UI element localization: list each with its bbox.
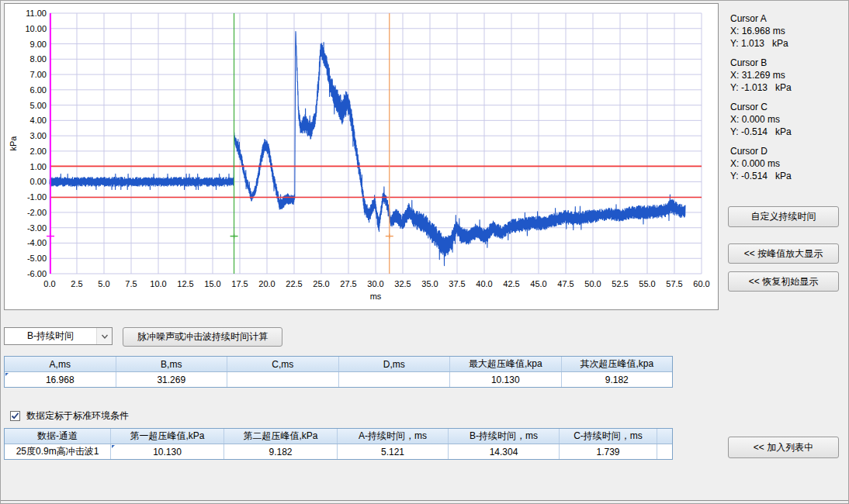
y-tick-label: 2.00 [30, 147, 47, 156]
x-axis-title: ms [370, 292, 382, 301]
cursor-d-y-value: Y: -0.514 kPa [730, 170, 847, 182]
app-window: 0.02.55.07.510.012.515.017.520.022.525.0… [0, 0, 849, 504]
cursor-a-title: Cursor A [730, 12, 847, 25]
cursor-values-table: A,msB,msC,msD,ms最大超压峰值,kpa其次超压峰值,kpa 16.… [4, 356, 673, 388]
table1-header-5: 其次超压峰值,kpa [562, 357, 673, 371]
add-to-list-button[interactable]: << 加入列表中 [728, 437, 839, 458]
cursor-a-info: Cursor A X: 16.968 ms Y: 1.013 kPa [730, 12, 847, 50]
cursor-b-info: Cursor B X: 31.269 ms Y: -1.013 kPa [730, 57, 847, 94]
y-tick-label: 5.00 [30, 101, 47, 110]
cursor-info-panel: Cursor A X: 16.968 ms Y: 1.013 kPa Curso… [730, 12, 847, 189]
waveform-chart-panel[interactable]: 0.02.55.07.510.012.515.017.520.022.525.0… [4, 3, 719, 310]
x-tick-label: 37.5 [449, 279, 465, 288]
chevron-down-icon[interactable] [96, 328, 112, 344]
table1-cell-3 [339, 372, 451, 387]
x-tick-label: 22.5 [286, 279, 302, 288]
cursor-c-x-value: X: 0.000 ms [730, 113, 847, 126]
cursor-d-info: Cursor D X: 0.000 ms Y: -0.514 kPa [730, 145, 847, 182]
y-tick-label: 0.00 [30, 177, 47, 186]
cursor-a-y-value: Y: 1.013 kPa [730, 37, 847, 50]
window-bottom-border [1, 500, 849, 501]
standard-env-checkbox-label: 数据定标于标准环境条件 [26, 409, 129, 423]
table2-header-2: 第二超压峰值,kPa [224, 429, 338, 444]
x-tick-label: 12.5 [177, 279, 193, 288]
cursor-table-data-row: 16.96831.26910.1309.182 [5, 372, 672, 387]
table2-header-3: A-持续时间，ms [338, 429, 449, 444]
restore-initial-view-button[interactable]: << 恢复初始显示 [728, 271, 839, 292]
table1-cell-4: 10.130 [450, 372, 562, 387]
results-table-header-row: 数据-通道第一超压峰值,kPa第二超压峰值,kPaA-持续时间，msB-持续时间… [5, 429, 672, 444]
duration-type-select[interactable]: B-持续时间 [4, 327, 113, 345]
x-tick-label: 7.5 [125, 279, 137, 288]
y-tick-label: -3.00 [27, 223, 47, 233]
waveform-chart[interactable]: 0.02.55.07.510.012.515.017.520.022.525.0… [5, 4, 718, 309]
x-tick-label: 20.0 [258, 279, 275, 288]
cursor-table-header-row: A,msB,msC,msD,ms最大超压峰值,kpa其次超压峰值,kpa [5, 357, 672, 372]
x-tick-label: 17.5 [231, 279, 248, 288]
table1-cell-2 [227, 372, 339, 387]
x-tick-label: 5.0 [98, 279, 109, 288]
table2-cell-2: 9.182 [224, 444, 338, 459]
y-tick-label: 4.00 [30, 116, 47, 125]
table1-cell-0: 16.968 [5, 372, 116, 387]
x-tick-label: 60.0 [693, 279, 709, 288]
y-tick-label: 7.00 [30, 70, 47, 79]
standard-env-checkbox[interactable] [10, 411, 20, 421]
table2-cell-4: 14.304 [449, 444, 560, 459]
x-tick-label: 0.0 [43, 279, 55, 288]
table2-header-6 [657, 429, 672, 444]
table2-header-5: C-持续时间，ms [560, 429, 657, 444]
table1-header-0: A,ms [5, 357, 116, 371]
x-tick-label: 40.0 [476, 279, 492, 288]
table2-cell-6 [657, 444, 672, 459]
check-icon [11, 412, 19, 420]
cursor-c-title: Cursor C [730, 101, 847, 113]
duration-calc-button[interactable]: 脉冲噪声或冲击波持续时间计算 [123, 327, 282, 347]
table2-cell-3: 5.121 [338, 444, 449, 459]
zoom-to-peak-button[interactable]: << 按峰值放大显示 [728, 243, 839, 264]
y-tick-label: 9.00 [30, 40, 47, 49]
y-tick-label: -6.00 [27, 269, 47, 278]
y-tick-label: -5.00 [27, 254, 47, 263]
table1-header-2: C,ms [227, 357, 339, 371]
results-table: 数据-通道第一超压峰值,kPa第二超压峰值,kPaA-持续时间，msB-持续时间… [4, 428, 673, 460]
table2-header-4: B-持续时间，ms [449, 429, 560, 444]
table2-cell-1: 10.130 [111, 444, 224, 459]
table2-header-0: 数据-通道 [5, 429, 111, 444]
x-tick-label: 42.5 [503, 279, 519, 288]
table1-header-1: B,ms [116, 357, 228, 371]
table2-cell-5: 1.739 [560, 444, 657, 459]
x-tick-label: 27.5 [340, 279, 356, 288]
y-tick-label: 8.00 [30, 54, 47, 64]
cursor-d-x-value: X: 0.000 ms [730, 157, 847, 170]
table1-header-4: 最大超压峰值,kpa [450, 357, 562, 371]
y-axis-title: kPa [9, 136, 18, 151]
y-tick-label: 3.00 [30, 131, 47, 140]
cursor-a-x-value: X: 16.968 ms [730, 25, 847, 37]
y-tick-label: 6.00 [30, 85, 47, 95]
custom-duration-button[interactable]: 自定义持续时间 [728, 206, 839, 227]
duration-type-value: B-持续时间 [5, 328, 96, 344]
x-tick-label: 45.0 [530, 279, 546, 288]
table2-cell-0: 25度0.9m高冲击波1 [5, 444, 111, 459]
x-tick-label: 47.5 [557, 279, 574, 288]
x-tick-label: 15.0 [204, 279, 220, 288]
x-tick-label: 55.0 [639, 279, 655, 288]
y-tick-label: 1.00 [30, 162, 47, 171]
waveform-trace [50, 32, 685, 266]
cursor-b-title: Cursor B [730, 57, 847, 69]
x-tick-label: 52.5 [612, 279, 628, 288]
x-tick-label: 32.5 [394, 279, 411, 288]
cursor-d-title: Cursor D [730, 145, 847, 157]
table1-header-3: D,ms [339, 357, 451, 371]
y-tick-label: -2.00 [27, 208, 47, 217]
y-tick-label: 10.00 [25, 24, 47, 33]
table1-cell-1: 31.269 [116, 372, 228, 387]
cursor-c-y-value: Y: -0.514 kPa [730, 126, 847, 138]
x-tick-label: 2.5 [71, 279, 82, 288]
x-tick-label: 35.0 [421, 279, 438, 288]
x-tick-label: 10.0 [150, 279, 166, 288]
y-tick-label: -4.00 [27, 238, 47, 247]
x-tick-label: 30.0 [367, 279, 383, 288]
cursor-c-info: Cursor C X: 0.000 ms Y: -0.514 kPa [730, 101, 847, 138]
